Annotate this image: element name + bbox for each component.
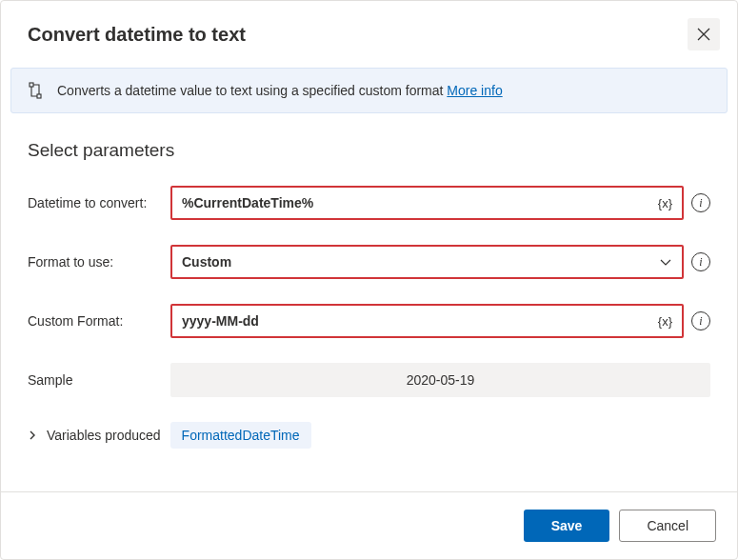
field-wrap-custom: yyyy-MM-dd {x} i [170, 304, 710, 338]
variables-label: Variables produced [47, 428, 161, 443]
more-info-link[interactable]: More info [447, 83, 502, 98]
dialog-footer: Save Cancel [1, 491, 737, 559]
chevron-right-icon[interactable] [28, 430, 37, 440]
label-custom: Custom Format: [28, 313, 170, 329]
dialog: Convert datetime to text Converts a date… [0, 0, 738, 560]
sample-output: 2020-05-19 [170, 363, 710, 397]
input-datetime[interactable]: %CurrentDateTime% {x} [170, 186, 684, 220]
input-custom-value: yyyy-MM-dd [182, 313, 658, 329]
select-format-value: Custom [182, 254, 659, 270]
label-sample: Sample [28, 372, 170, 388]
banner-description: Converts a datetime value to text using … [57, 83, 447, 98]
info-icon[interactable]: i [691, 252, 710, 271]
input-custom-format[interactable]: yyyy-MM-dd {x} [170, 304, 684, 338]
svg-rect-1 [37, 94, 41, 98]
variable-token-icon[interactable]: {x} [658, 314, 672, 329]
select-format[interactable]: Custom [170, 245, 684, 279]
section-title: Select parameters [28, 140, 710, 161]
info-banner: Converts a datetime value to text using … [10, 68, 728, 113]
label-format: Format to use: [28, 254, 170, 270]
dialog-header: Convert datetime to text [1, 1, 737, 68]
row-datetime: Datetime to convert: %CurrentDateTime% {… [28, 186, 710, 220]
action-icon [27, 82, 44, 99]
chevron-down-icon [659, 255, 672, 269]
banner-text: Converts a datetime value to text using … [57, 83, 711, 98]
variable-chip[interactable]: FormattedDateTime [170, 422, 311, 449]
label-datetime: Datetime to convert: [28, 195, 170, 210]
save-button[interactable]: Save [524, 510, 610, 542]
info-icon[interactable]: i [691, 193, 710, 212]
svg-rect-0 [30, 83, 33, 87]
close-icon [697, 28, 710, 41]
dialog-title: Convert datetime to text [28, 24, 688, 46]
info-icon[interactable]: i [691, 311, 710, 330]
variable-token-icon[interactable]: {x} [658, 196, 672, 210]
row-custom: Custom Format: yyyy-MM-dd {x} i [28, 304, 710, 338]
close-button[interactable] [688, 18, 720, 50]
dialog-body: Select parameters Datetime to convert: %… [1, 123, 737, 491]
cancel-button[interactable]: Cancel [619, 510, 716, 542]
field-wrap-sample: 2020-05-19 [170, 363, 710, 397]
row-sample: Sample 2020-05-19 [28, 363, 710, 397]
input-datetime-value: %CurrentDateTime% [182, 195, 658, 210]
field-wrap-datetime: %CurrentDateTime% {x} i [170, 186, 710, 220]
sample-value: 2020-05-19 [407, 372, 475, 388]
variables-row: Variables produced FormattedDateTime [28, 422, 710, 449]
field-wrap-format: Custom i [170, 245, 710, 279]
row-format: Format to use: Custom i [28, 245, 710, 279]
